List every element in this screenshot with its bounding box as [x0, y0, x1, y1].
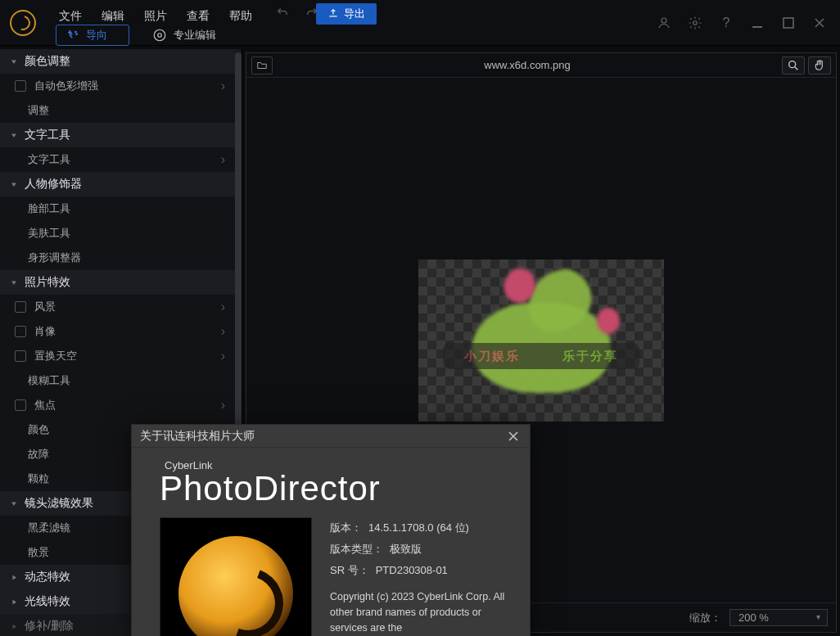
hand-tool-button[interactable]	[808, 56, 831, 74]
menu-file[interactable]: 文件	[59, 9, 82, 24]
brand-big: PhotoDirector	[160, 471, 508, 506]
section-color-adjust[interactable]: ▼颜色调整	[0, 49, 235, 74]
pro-edit-label: 专业编辑	[174, 28, 216, 43]
about-title-text: 关于讯连科技相片大师	[140, 429, 255, 444]
guide-label: 导向	[86, 28, 107, 43]
pro-edit-button[interactable]: 专业编辑	[152, 28, 216, 43]
menu-view[interactable]: 查看	[187, 9, 210, 24]
svg-point-5	[76, 34, 77, 34]
item-face-tool[interactable]: 脸部工具	[0, 196, 235, 221]
about-close-button[interactable]	[505, 428, 522, 444]
zoom-tool-button[interactable]	[782, 56, 805, 74]
sr-value: PTD230308-01	[376, 564, 448, 576]
section-text-tool[interactable]: ▼文字工具	[0, 123, 235, 147]
svg-point-0	[662, 18, 666, 23]
section-portrait[interactable]: ▼人物修饰器	[0, 172, 235, 196]
about-logo	[160, 517, 312, 636]
maximize-icon[interactable]	[779, 14, 797, 32]
item-scenery[interactable]: 风景›	[0, 295, 235, 319]
item-adjust[interactable]: 调整	[0, 98, 235, 123]
item-text-tool[interactable]: 文字工具›	[0, 147, 235, 172]
help-icon[interactable]: ?	[717, 14, 735, 32]
svg-point-6	[154, 29, 165, 41]
sr-key: SR 号：	[330, 564, 369, 576]
svg-point-8	[789, 61, 796, 67]
image-preview: 小刀娱乐乐于分享	[418, 259, 664, 422]
type-key: 版本类型：	[330, 543, 383, 555]
menu-help[interactable]: 帮助	[229, 9, 252, 24]
section-focus[interactable]: 焦点›	[0, 393, 235, 417]
item-blur-tool[interactable]: 模糊工具	[0, 368, 235, 393]
menu-photo[interactable]: 照片	[144, 9, 167, 24]
item-sky-replace[interactable]: 置换天空›	[0, 344, 235, 368]
folder-button[interactable]	[251, 56, 273, 74]
minimize-icon[interactable]	[748, 14, 766, 32]
svg-point-4	[75, 31, 76, 32]
filename-label: www.x6d.com.png	[279, 59, 775, 71]
version-value: 14.5.1.1708.0 (64 位)	[368, 521, 469, 534]
settings-icon[interactable]	[686, 14, 704, 32]
export-label: 导出	[344, 7, 365, 21]
undo-icon[interactable]	[275, 5, 290, 20]
item-skin-tool[interactable]: 美肤工具	[0, 221, 235, 246]
zoom-label: 缩放：	[689, 611, 721, 625]
zoom-dropdown[interactable]: 200 %	[729, 609, 828, 626]
item-body-tool[interactable]: 身形调整器	[0, 246, 235, 270]
close-icon[interactable]	[811, 14, 829, 32]
about-dialog: 关于讯连科技相片大师 CyberLink PhotoDirector 版本：14…	[131, 424, 531, 636]
item-portrait-fx[interactable]: 肖像›	[0, 319, 235, 344]
type-value: 极致版	[390, 543, 422, 555]
account-icon[interactable]	[655, 14, 673, 32]
guide-button[interactable]: 导向	[56, 25, 129, 46]
menu-edit[interactable]: 编辑	[102, 9, 124, 24]
svg-point-1	[693, 20, 698, 25]
about-copyright: Copyright (c) 2023 CyberLink Corp. All o…	[330, 589, 508, 635]
svg-rect-3	[784, 18, 793, 28]
svg-point-7	[158, 34, 162, 38]
item-auto-color[interactable]: 自动色彩增强›	[0, 74, 235, 98]
export-button[interactable]: 导出	[316, 3, 377, 25]
svg-rect-2	[752, 26, 762, 28]
version-key: 版本：	[330, 521, 362, 534]
section-photo-fx[interactable]: ▼照片特效	[0, 270, 235, 295]
